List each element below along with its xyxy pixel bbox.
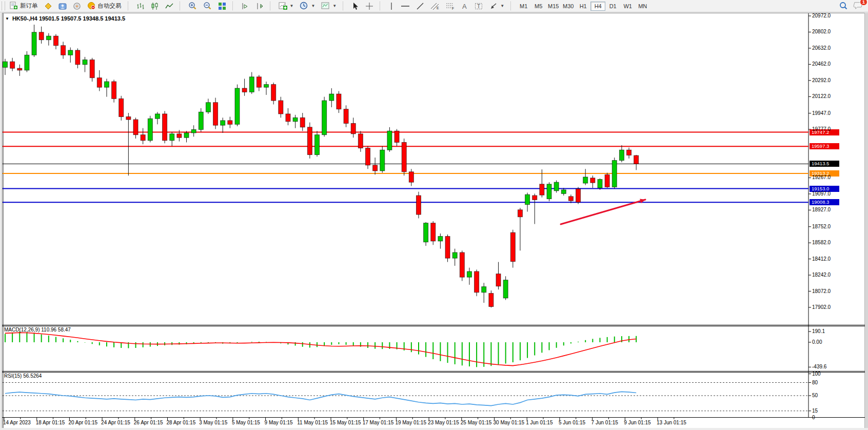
- cursor-button[interactable]: [349, 0, 362, 12]
- right-scrollbar-strip[interactable]: [864, 13, 868, 430]
- bottom-strip: [0, 428, 868, 430]
- text-label-button[interactable]: T: [472, 0, 486, 12]
- bar-chart-icon: [136, 2, 145, 10]
- trendline-icon: [416, 2, 424, 10]
- timeframe-group: M1M5M15M30H1H4D1W1MN: [516, 2, 650, 11]
- zoom-in-icon: [188, 2, 197, 10]
- horizontal-line-button[interactable]: [398, 0, 412, 12]
- indicators-button[interactable]: ▼: [276, 0, 297, 12]
- chevron-down-icon: ▼: [500, 4, 504, 8]
- new-order-label: 新订单: [20, 2, 38, 10]
- auto-scroll-button[interactable]: [239, 0, 252, 12]
- templates-button[interactable]: ▼: [319, 0, 339, 12]
- market-watch-button[interactable]: [42, 0, 55, 12]
- toolbar-grip[interactable]: [2, 2, 5, 10]
- timeframe-button-w1[interactable]: W1: [620, 2, 635, 11]
- chart-shift-icon: [255, 2, 264, 10]
- fibonacci-icon: F: [446, 2, 455, 10]
- toolbar-separator: [343, 2, 346, 10]
- timeframe-button-m5[interactable]: M5: [531, 2, 546, 11]
- trendline-button[interactable]: [413, 0, 427, 12]
- horizontal-line-icon: [401, 2, 410, 10]
- timeframe-button-m15[interactable]: M15: [546, 2, 561, 11]
- vertical-line-icon: [388, 2, 394, 10]
- templates-icon: [321, 2, 330, 10]
- zoom-out-icon: [203, 2, 212, 10]
- arrows-button[interactable]: ▼: [487, 0, 507, 12]
- svg-text:E: E: [437, 6, 439, 10]
- crosshair-icon: [365, 2, 373, 10]
- signals-button[interactable]: [70, 0, 84, 12]
- signals-icon: [73, 2, 81, 10]
- cursor-icon: [351, 2, 359, 10]
- toolbar-separator: [128, 2, 131, 10]
- autotrade-button[interactable]: 自动交易: [85, 0, 124, 12]
- fibonacci-button[interactable]: F: [443, 0, 458, 12]
- chevron-down-icon: ▼: [311, 4, 315, 8]
- bar-chart-button[interactable]: [134, 0, 147, 12]
- new-order-icon: [9, 2, 18, 10]
- market-watch-icon: [44, 2, 52, 10]
- timeframe-button-m30[interactable]: M30: [561, 2, 576, 11]
- chart-shift-button[interactable]: [253, 0, 266, 12]
- svg-text:T: T: [477, 4, 480, 9]
- search-icon[interactable]: [839, 1, 848, 11]
- crosshair-button[interactable]: [363, 0, 376, 12]
- timeframe-button-d1[interactable]: D1: [605, 2, 620, 11]
- toolbar-separator: [510, 2, 514, 10]
- tile-windows-icon: [218, 2, 226, 10]
- auto-scroll-icon: [241, 2, 249, 10]
- line-chart-button[interactable]: [163, 0, 176, 12]
- indicators-icon: [279, 2, 287, 10]
- text-label-icon: T: [475, 2, 483, 10]
- terminal-icon: [58, 2, 67, 10]
- chart-canvas[interactable]: [2, 13, 867, 429]
- timeframe-button-m1[interactable]: M1: [516, 2, 531, 11]
- chevron-down-icon: ▼: [332, 4, 337, 8]
- candlestick-chart-button[interactable]: [148, 0, 162, 12]
- arrows-icon: [489, 2, 498, 10]
- candlestick-chart-icon: [151, 2, 159, 10]
- chevron-down-icon: ▼: [290, 4, 294, 8]
- zoom-out-button[interactable]: [201, 0, 214, 12]
- timeframe-button-h4[interactable]: H4: [590, 2, 605, 11]
- svg-text:A: A: [462, 3, 467, 10]
- chat-badge: 1: [860, 0, 867, 6]
- zoom-in-button[interactable]: [186, 0, 200, 12]
- text-button[interactable]: A: [459, 0, 471, 12]
- channel-button[interactable]: E: [428, 0, 442, 12]
- toolbar-separator: [180, 2, 183, 10]
- text-icon: A: [461, 2, 468, 10]
- timeframe-button-h1[interactable]: H1: [576, 2, 590, 11]
- main-toolbar: 新订单 自动交易 ▼ ▼: [0, 0, 868, 12]
- tile-windows-button[interactable]: [215, 0, 229, 12]
- timeframe-button-mn[interactable]: MN: [635, 2, 650, 11]
- toolbar-separator: [380, 2, 383, 10]
- svg-text:F: F: [452, 7, 454, 10]
- new-order-button[interactable]: 新订单: [7, 0, 41, 12]
- chat-button[interactable]: 1: [853, 1, 863, 11]
- toolbar-separator: [232, 2, 236, 10]
- line-chart-icon: [165, 2, 173, 10]
- terminal-button[interactable]: [56, 0, 69, 12]
- autotrade-icon: [87, 2, 96, 10]
- periods-button[interactable]: ▼: [297, 0, 318, 12]
- toolbar-separator: [270, 2, 273, 10]
- vertical-line-button[interactable]: [386, 0, 397, 12]
- autotrade-label: 自动交易: [98, 2, 122, 10]
- channel-icon: E: [430, 2, 440, 10]
- periods-icon: [300, 2, 308, 10]
